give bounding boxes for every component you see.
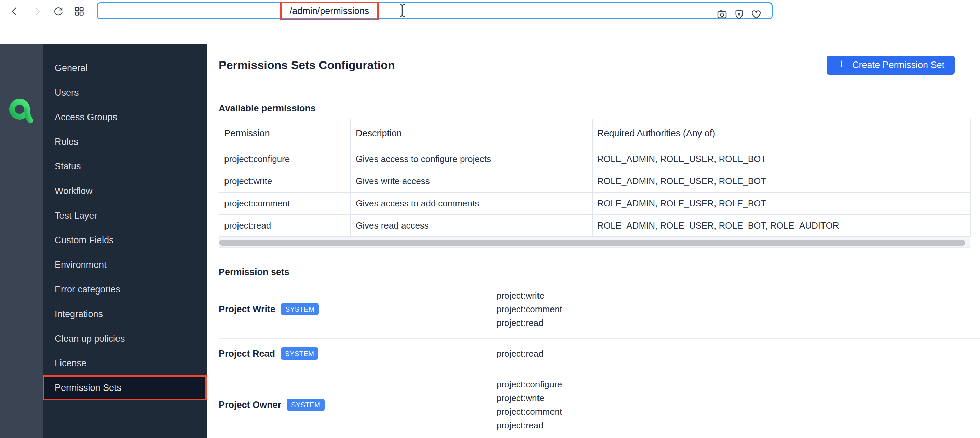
sidebar-item-integrations[interactable]: Integrations — [43, 302, 207, 326]
permission-set-row-project-read[interactable]: Project Read SYSTEM project:read — [219, 339, 980, 370]
table-row: project:comment Gives access to add comm… — [219, 192, 971, 215]
table-header-row: Permission Description Required Authorit… — [219, 119, 971, 148]
sidebar-item-users[interactable]: Users — [43, 80, 207, 105]
horizontal-scrollbar-thumb[interactable] — [219, 240, 965, 246]
sidebar-item-roles[interactable]: Roles — [43, 129, 207, 154]
sidebar-item-workflow[interactable]: Workflow — [43, 179, 207, 203]
sidebar-item-general[interactable]: General — [43, 56, 207, 80]
shield-x-icon[interactable] — [733, 8, 745, 22]
column-header-description: Description — [351, 119, 592, 148]
allure-logo-icon[interactable] — [8, 96, 34, 126]
sidebar-item-status[interactable]: Status — [43, 154, 207, 179]
permission-set-row-project-write[interactable]: Project Write SYSTEM project:write proje… — [219, 280, 980, 339]
url-bar[interactable] — [97, 2, 773, 19]
app-frame: General Users Access Groups Roles Status… — [0, 45, 980, 438]
plus-icon — [837, 59, 846, 71]
admin-sidebar-nav: General Users Access Groups Roles Status… — [43, 45, 207, 438]
set-permissions: project:read — [496, 347, 543, 360]
url-annotation-box: /admin/permissions — [280, 2, 379, 20]
set-permissions: project:write project:comment project:re… — [496, 289, 562, 330]
text-cursor — [397, 3, 407, 19]
sidebar-item-permission-sets[interactable]: Permission Sets — [43, 376, 207, 400]
table-row: project:configure Gives access to config… — [219, 148, 971, 170]
table-row: project:write Gives write access ROLE_AD… — [219, 170, 971, 192]
sidebar-item-clean-up-policies[interactable]: Clean up policies — [43, 326, 207, 351]
sidebar-item-environment[interactable]: Environment — [43, 252, 207, 277]
column-header-authorities: Required Authorities (Any of) — [592, 119, 971, 148]
apps-grid-icon[interactable] — [73, 5, 86, 18]
back-icon[interactable] — [8, 5, 21, 18]
sidebar-item-access-groups[interactable]: Access Groups — [43, 105, 207, 129]
horizontal-scrollbar-track[interactable] — [219, 237, 970, 248]
system-badge: SYSTEM — [287, 399, 325, 411]
available-permissions-heading: Available permissions — [219, 102, 970, 114]
set-name: Project Read — [219, 349, 275, 359]
table-row: project:read Gives read access ROLE_ADMI… — [219, 215, 971, 237]
set-permissions: project:configure project:write project:… — [496, 377, 562, 432]
set-name: Project Write — [219, 304, 275, 315]
url-text[interactable]: /admin/permissions — [290, 6, 369, 16]
sidebar-item-test-layer[interactable]: Test Layer — [43, 203, 207, 228]
sidebar-item-license[interactable]: License — [43, 351, 207, 376]
permission-set-row-project-owner[interactable]: Project Owner SYSTEM project:configure p… — [219, 370, 980, 438]
refresh-icon[interactable] — [52, 5, 65, 18]
main-content: Permissions Sets Configuration Create Pe… — [207, 45, 980, 438]
available-permissions-table: Permission Description Required Authorit… — [219, 119, 971, 237]
browser-toolbar: /admin/permissions — [0, 0, 980, 22]
camera-icon[interactable] — [716, 8, 728, 22]
create-permission-set-button[interactable]: Create Permission Set — [827, 56, 955, 75]
page-title: Permissions Sets Configuration — [219, 59, 395, 72]
set-name: Project Owner — [219, 400, 281, 410]
heart-icon[interactable] — [750, 8, 762, 22]
column-header-permission: Permission — [219, 119, 351, 148]
forward-icon[interactable] — [30, 5, 43, 18]
system-badge: SYSTEM — [281, 303, 319, 315]
permission-sets-heading: Permission sets — [219, 266, 970, 278]
permission-sets-list: Project Write SYSTEM project:write proje… — [219, 280, 970, 438]
page-header: Permissions Sets Configuration Create Pe… — [219, 45, 970, 86]
sidebar-rail — [0, 45, 43, 438]
sidebar-item-custom-fields[interactable]: Custom Fields — [43, 228, 207, 252]
system-badge: SYSTEM — [280, 347, 318, 360]
sidebar-item-error-categories[interactable]: Error categories — [43, 277, 207, 302]
